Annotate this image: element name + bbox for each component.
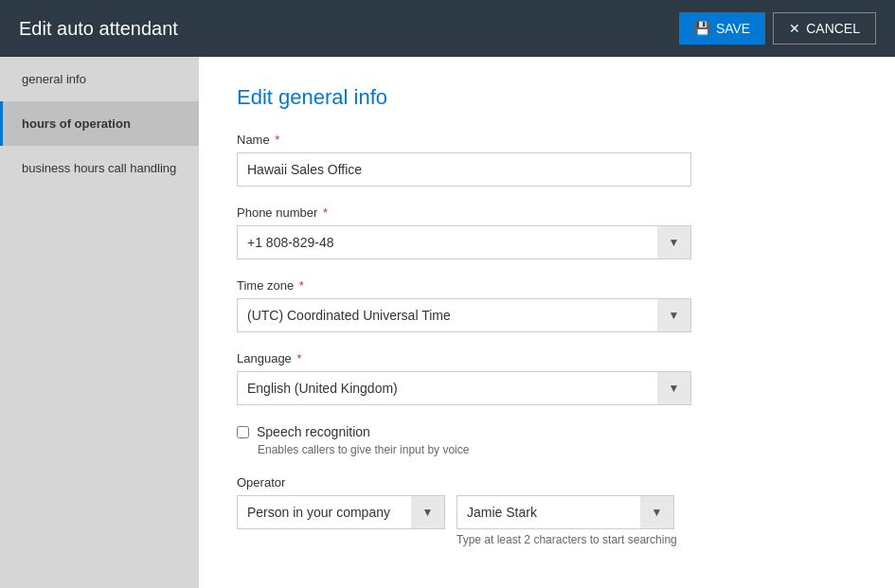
timezone-label: Time zone * [237,278,857,293]
save-button[interactable]: 💾 SAVE [679,12,765,45]
page-title: Edit auto attendant [19,18,178,40]
phone-select-wrapper: +1 808-829-48 ▼ [237,225,691,259]
cancel-button[interactable]: ✕ CANCEL [773,12,876,45]
phone-select[interactable]: +1 808-829-48 [237,225,691,259]
content-area: Edit general info Name * Phone number * … [199,57,895,588]
speech-recognition-label[interactable]: Speech recognition [257,424,370,439]
phone-group: Phone number * +1 808-829-48 ▼ [237,205,857,259]
operator-label: Operator [237,475,857,490]
content-title: Edit general info [237,85,857,110]
phone-required: * [323,205,328,220]
cancel-icon: ✕ [789,21,800,36]
operator-group: Operator Person in your company ▼ Jamie … [237,475,857,546]
speech-recognition-hint: Enables callers to give their input by v… [258,443,857,456]
cancel-label: CANCEL [806,21,860,36]
language-required: * [296,351,301,365]
name-group: Name * [237,133,857,187]
sidebar-item-hours-operation[interactable]: hours of operation [0,101,199,146]
speech-group: Speech recognition Enables callers to gi… [237,424,857,456]
sidebar-item-label: general info [22,72,86,86]
language-select[interactable]: English (United Kingdom) [237,371,691,405]
name-required: * [275,133,279,147]
operator-row: Person in your company ▼ Jamie Stark ▼ T… [237,495,857,546]
name-input[interactable] [237,152,691,187]
timezone-select[interactable]: (UTC) Coordinated Universal Time [237,298,691,332]
operator-value-wrapper: Jamie Stark ▼ [456,495,674,529]
operator-hint: Type at least 2 characters to start sear… [456,533,677,546]
language-label: Language * [237,351,857,365]
language-select-wrapper: English (United Kingdom) ▼ [237,371,691,405]
operator-type-wrapper: Person in your company ▼ [237,495,445,529]
sidebar-item-label: business hours call handling [22,161,176,175]
header-actions: 💾 SAVE ✕ CANCEL [679,12,876,45]
speech-recognition-checkbox[interactable] [237,426,249,438]
sidebar: general info hours of operation business… [0,57,199,588]
timezone-group: Time zone * (UTC) Coordinated Universal … [237,278,857,332]
language-group: Language * English (United Kingdom) ▼ [237,351,857,405]
save-label: SAVE [716,21,750,36]
name-label: Name * [237,133,857,147]
operator-value-select[interactable]: Jamie Stark [456,495,674,529]
operator-type-select[interactable]: Person in your company [237,495,445,529]
timezone-select-wrapper: (UTC) Coordinated Universal Time ▼ [237,298,691,332]
sidebar-item-business-hours[interactable]: business hours call handling [0,146,199,190]
app-container: Edit auto attendant 💾 SAVE ✕ CANCEL gene… [0,0,895,588]
phone-label: Phone number * [237,205,857,220]
speech-checkbox-row: Speech recognition [237,424,857,439]
sidebar-item-label: hours of operation [22,116,131,131]
header: Edit auto attendant 💾 SAVE ✕ CANCEL [0,0,895,57]
operator-value-col: Jamie Stark ▼ Type at least 2 characters… [456,495,677,546]
timezone-required: * [299,278,304,293]
save-icon: 💾 [694,21,710,36]
main-layout: general info hours of operation business… [0,57,895,588]
sidebar-item-general-info[interactable]: general info [0,57,199,101]
